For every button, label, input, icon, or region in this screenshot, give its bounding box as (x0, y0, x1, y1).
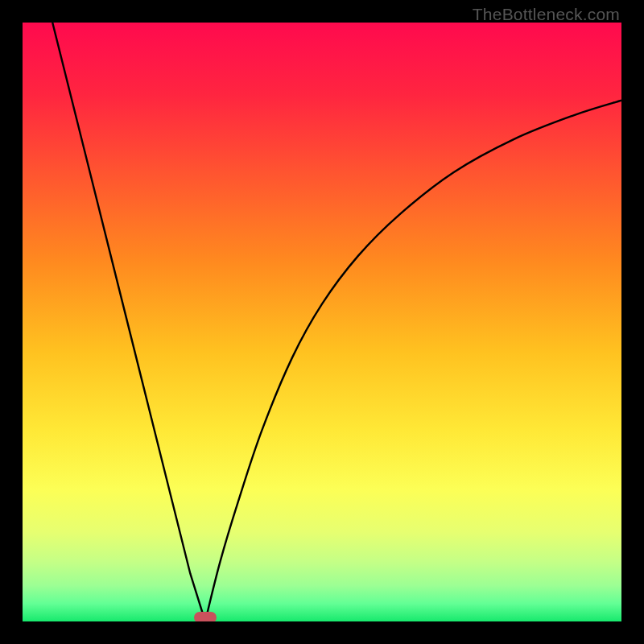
bottleneck-curve (23, 23, 621, 621)
optimal-point-marker (194, 612, 217, 621)
right-branch (205, 101, 621, 621)
left-branch (52, 23, 205, 621)
chart-container: TheBottleneck.com (0, 0, 644, 644)
watermark-text: TheBottleneck.com (473, 5, 620, 24)
plot-area (23, 23, 621, 621)
